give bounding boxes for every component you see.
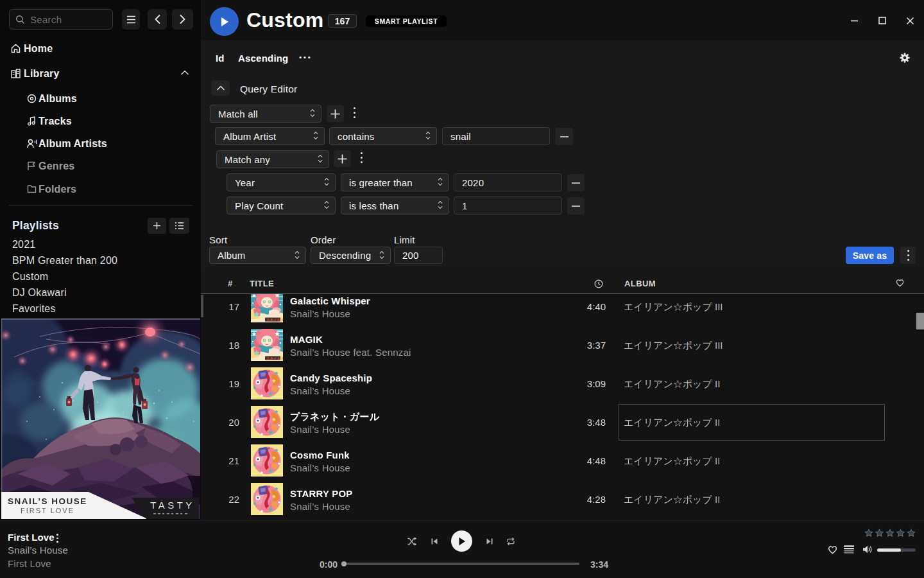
svg-text:FIRST LOVE: FIRST LOVE	[21, 507, 74, 514]
svg-text:TASTY: TASTY	[150, 500, 195, 511]
svg-text:SNAIL’S HOUSE: SNAIL’S HOUSE	[8, 496, 87, 506]
